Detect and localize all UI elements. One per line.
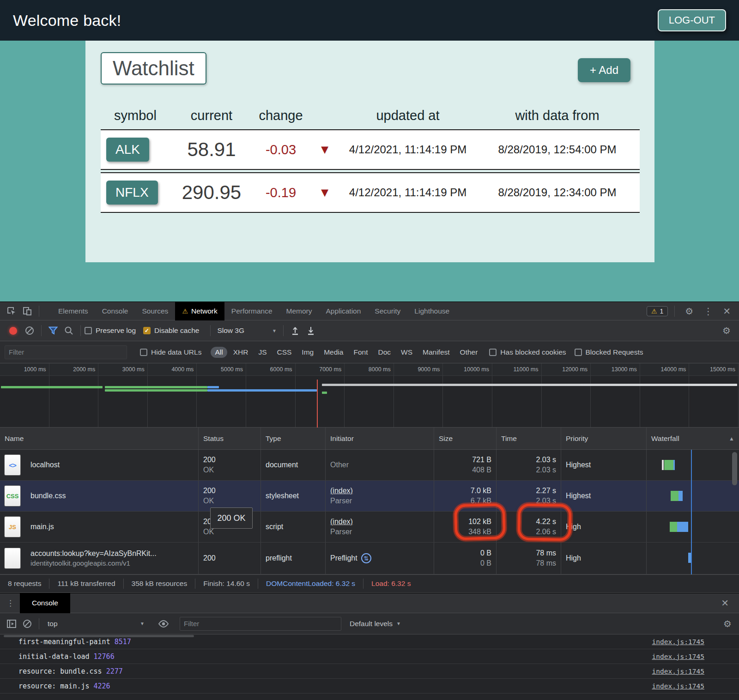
network-filter-input[interactable] (5, 345, 127, 359)
vertical-scrollbar[interactable] (732, 452, 737, 485)
tick-label: 9000 ms (394, 363, 443, 375)
warning-icon: ⚠ (182, 302, 188, 320)
tab-network[interactable]: ⚠ Network (175, 302, 224, 320)
export-har-icon[interactable] (303, 324, 319, 337)
console-message[interactable]: initial-data-load 12766 index.js:1745 (0, 649, 739, 664)
has-blocked-cookies-label[interactable]: Has blocked cookies (500, 348, 566, 356)
col-updated-at: updated at (341, 108, 475, 123)
clear-console-icon[interactable] (19, 617, 35, 630)
watchlist-row-alk[interactable]: ALK 58.91 -0.03 ▼ 4/12/2021, 11:14:19 PM… (101, 129, 640, 170)
time-sub: 78 ms (501, 559, 556, 567)
issues-badge[interactable]: ⚠ 1 (647, 306, 668, 316)
blocked-requests-label[interactable]: Blocked Requests (586, 348, 643, 356)
panel-tabs: Elements Console Sources ⚠ Network Perfo… (51, 302, 456, 320)
import-har-icon[interactable] (287, 324, 303, 337)
filter-pill-manifest[interactable]: Manifest (418, 347, 454, 358)
symbol-badge[interactable]: ALK (106, 138, 149, 162)
filter-pill-all[interactable]: All (211, 347, 227, 358)
request-row-localhost[interactable]: <> localhost 200OK document Other 721 B4… (0, 450, 739, 481)
hide-data-urls-checkbox[interactable] (140, 349, 147, 356)
console-drawer-tab[interactable]: Console (20, 593, 70, 613)
tab-security[interactable]: Security (368, 302, 407, 320)
column-initiator[interactable]: Initiator (326, 428, 434, 449)
tab-elements[interactable]: Elements (51, 302, 95, 320)
tab-application[interactable]: Application (319, 302, 368, 320)
filter-pill-css[interactable]: CSS (273, 347, 296, 358)
blocked-requests-checkbox[interactable] (575, 349, 582, 356)
execution-context-dropdown[interactable]: top ▼ (43, 620, 149, 628)
inspect-element-icon[interactable] (4, 305, 19, 318)
search-icon[interactable] (61, 324, 77, 337)
eye-icon[interactable] (156, 617, 171, 630)
column-status[interactable]: Status (199, 428, 261, 449)
initiator-link[interactable]: (index) (330, 487, 429, 495)
overview-bar-green (1, 386, 103, 388)
record-button[interactable] (9, 327, 17, 335)
filter-funnel-icon[interactable] (45, 324, 61, 337)
log-source-link[interactable]: index.js:1745 (652, 638, 705, 646)
console-message[interactable]: resource: main.js 4226 index.js:1745 (0, 679, 739, 694)
console-sidebar-icon[interactable] (4, 617, 19, 630)
symbol-badge[interactable]: NFLX (106, 181, 158, 205)
column-name[interactable]: Name (0, 428, 199, 449)
time: 2.27 s (501, 487, 556, 495)
tab-memory[interactable]: Memory (279, 302, 319, 320)
log-source-link[interactable]: index.js:1745 (652, 668, 705, 675)
filter-pill-js[interactable]: JS (254, 347, 271, 358)
disable-cache-label[interactable]: Disable cache (154, 326, 199, 335)
network-overview[interactable]: 1000 ms 2000 ms 3000 ms 4000 ms 5000 ms … (0, 363, 739, 428)
drawer-menu-icon[interactable]: ⋮ (0, 598, 20, 608)
has-blocked-cookies-checkbox[interactable] (489, 349, 497, 356)
tick-label: 13000 ms (591, 363, 640, 375)
column-waterfall[interactable]: Waterfall ▲ (647, 428, 739, 449)
preserve-log-checkbox[interactable] (85, 327, 92, 334)
tab-lighthouse[interactable]: Lighthouse (407, 302, 456, 320)
filter-pill-other[interactable]: Other (456, 347, 482, 358)
clear-icon[interactable] (22, 324, 37, 337)
divider (39, 306, 39, 317)
web-app: Welcome back! LOG-OUT Watchlist + Add sy… (0, 0, 739, 302)
throttling-dropdown[interactable]: Slow 3G ▼ (217, 326, 277, 335)
hide-data-urls-label[interactable]: Hide data URLs (151, 348, 201, 356)
tab-console[interactable]: Console (95, 302, 135, 320)
request-row-main-js[interactable]: JS main.js 200OK script (index)Parser 10… (0, 512, 739, 543)
more-options-icon[interactable]: ⋮ (700, 306, 716, 317)
console-message[interactable]: resource: bundle.css 2277 index.js:1745 (0, 664, 739, 679)
logout-button[interactable]: LOG-OUT (658, 9, 726, 31)
filter-pill-media[interactable]: Media (320, 347, 347, 358)
watchlist-row-nflx[interactable]: NFLX 290.95 -0.19 ▼ 4/12/2021, 11:14:19 … (101, 172, 640, 213)
close-devtools-icon[interactable]: ✕ (719, 306, 734, 317)
tab-performance[interactable]: Performance (224, 302, 279, 320)
column-priority[interactable]: Priority (561, 428, 647, 449)
column-size[interactable]: Size (434, 428, 497, 449)
network-settings-gear-icon[interactable]: ⚙ (719, 325, 734, 336)
preserve-log-label[interactable]: Preserve log (96, 326, 136, 335)
filter-pill-ws[interactable]: WS (397, 347, 417, 358)
column-type[interactable]: Type (261, 428, 326, 449)
add-button[interactable]: + Add (578, 58, 630, 82)
settings-gear-icon[interactable]: ⚙ (681, 306, 697, 317)
current-price: 290.95 (170, 181, 253, 204)
request-type: stylesheet (261, 481, 326, 511)
console-settings-gear-icon[interactable]: ⚙ (720, 618, 735, 629)
filter-pill-font[interactable]: Font (349, 347, 372, 358)
log-levels-dropdown[interactable]: Default levels ▼ (350, 620, 401, 628)
filter-pill-doc[interactable]: Doc (374, 347, 395, 358)
close-drawer-icon[interactable]: ✕ (717, 597, 733, 609)
status-text: OK (203, 466, 256, 474)
initiator-link[interactable]: (index) (330, 518, 429, 526)
disable-cache-checkbox[interactable]: ✓ (143, 327, 151, 334)
console-filter-input[interactable] (180, 617, 341, 631)
request-row-accounts-lookup[interactable]: accounts:lookup?key=AIzaSyBnRKit... iden… (0, 543, 739, 574)
log-source-link[interactable]: index.js:1745 (652, 653, 705, 660)
column-time[interactable]: Time (497, 428, 561, 449)
log-source-link[interactable]: index.js:1745 (652, 682, 705, 690)
log-value: 4226 (94, 682, 110, 690)
device-toolbar-icon[interactable] (19, 305, 35, 318)
filter-pill-img[interactable]: Img (297, 347, 318, 358)
tab-sources[interactable]: Sources (135, 302, 176, 320)
preflight-icon: ⇅ (361, 553, 371, 563)
filter-pill-xhr[interactable]: XHR (229, 347, 253, 358)
request-row-bundle-css[interactable]: CSS bundle.css 200OK stylesheet (index)P… (0, 481, 739, 512)
horizontal-scrollbar[interactable] (4, 635, 194, 637)
